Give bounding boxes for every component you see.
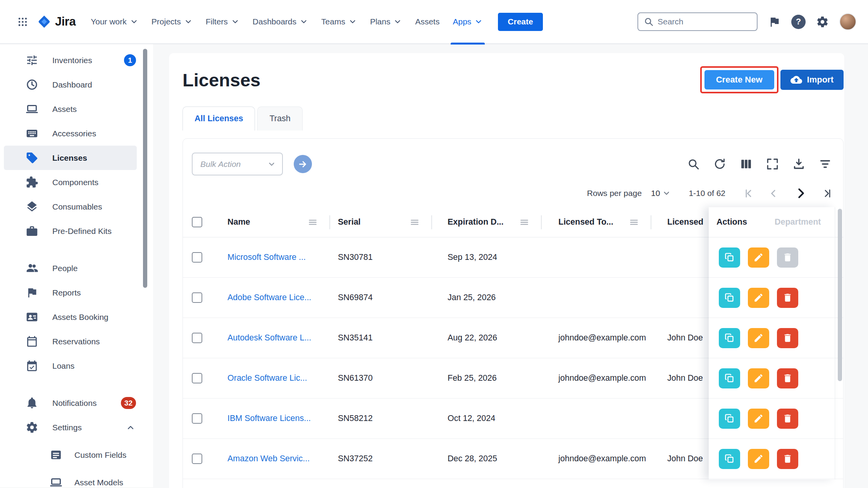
sidebar-item-pre-defined-kits[interactable]: Pre-Defined Kits: [4, 219, 137, 243]
jira-logo[interactable]: Jira: [37, 15, 76, 29]
column-menu-icon[interactable]: [629, 217, 639, 227]
nav-item-dashboards[interactable]: Dashboards: [246, 0, 315, 44]
license-name-link[interactable]: Adobe Software Lice...: [227, 293, 311, 302]
create-new-button[interactable]: Create New: [704, 70, 774, 89]
sidebar-item-notifications[interactable]: Notifications32: [4, 391, 137, 415]
sidebar-item-people[interactable]: People: [4, 256, 137, 280]
create-button[interactable]: Create: [498, 13, 542, 31]
announcements-icon[interactable]: [768, 15, 781, 28]
delete-action-button[interactable]: [777, 409, 798, 429]
sidebar-item-reservations[interactable]: Reservations: [4, 329, 137, 354]
sidebar-item-label: Loans: [52, 361, 74, 371]
next-page-button[interactable]: [794, 186, 808, 200]
filter-button[interactable]: [817, 156, 833, 172]
nav-item-filters[interactable]: Filters: [199, 0, 246, 44]
user-avatar[interactable]: [839, 13, 856, 30]
edit-action-button[interactable]: [748, 247, 769, 268]
last-page-button[interactable]: [822, 188, 833, 199]
nav-item-teams[interactable]: Teams: [315, 0, 363, 44]
copy-action-button[interactable]: [719, 409, 740, 429]
sidebar-item-inventories[interactable]: Inventories1: [4, 48, 137, 72]
row-checkbox[interactable]: [192, 292, 202, 303]
sidebar-item-dashboard[interactable]: Dashboard: [4, 72, 137, 97]
fullscreen-button[interactable]: [765, 156, 780, 172]
help-icon[interactable]: ?: [791, 15, 806, 29]
import-button[interactable]: Import: [780, 70, 844, 90]
sidebar-item-components[interactable]: Components: [4, 170, 137, 194]
copy-action-button[interactable]: [719, 328, 740, 348]
sidebar-item-custom-fields[interactable]: Custom Fields: [4, 443, 137, 467]
delete-action-button[interactable]: [777, 368, 798, 388]
arrow-right-icon: [298, 159, 308, 169]
sidebar-item-assets-booking[interactable]: Assets Booking: [4, 305, 137, 329]
edit-action-button[interactable]: [748, 409, 769, 429]
license-name-link[interactable]: Microsoft Software ...: [227, 253, 306, 262]
columns-button[interactable]: [738, 156, 754, 172]
license-icon: [26, 151, 38, 164]
row-checkbox[interactable]: [192, 333, 202, 343]
row-checkbox[interactable]: [192, 373, 202, 383]
settings-gear-icon[interactable]: [816, 15, 829, 28]
refresh-button[interactable]: [712, 156, 727, 172]
row-checkbox[interactable]: [192, 252, 202, 263]
table-scrollbar[interactable]: [838, 209, 842, 381]
download-button[interactable]: [791, 156, 806, 172]
sidebar-section-gap: [0, 243, 153, 256]
delete-action-button[interactable]: [777, 288, 798, 308]
bulk-action-select[interactable]: Bulk Action: [192, 153, 283, 175]
delete-action-button[interactable]: [777, 247, 798, 268]
tab-trash[interactable]: Trash: [257, 107, 302, 131]
nav-item-plans[interactable]: Plans: [363, 0, 409, 44]
sidebar-item-settings[interactable]: Settings: [4, 415, 137, 440]
sidebar-item-consumables[interactable]: Consumables: [4, 194, 137, 219]
nav-item-assets[interactable]: Assets: [408, 0, 446, 44]
search-input[interactable]: [658, 17, 743, 26]
sidebar-item-licenses[interactable]: Licenses: [4, 146, 137, 170]
copy-action-button[interactable]: [719, 288, 740, 308]
edit-action-button[interactable]: [748, 328, 769, 348]
first-page-button[interactable]: [743, 188, 754, 199]
nav-item-projects[interactable]: Projects: [145, 0, 199, 44]
copy-action-button[interactable]: [719, 368, 740, 388]
edit-action-button[interactable]: [748, 368, 769, 388]
sidebar-item-reports[interactable]: Reports: [4, 280, 137, 305]
copy-action-button[interactable]: [719, 449, 740, 469]
app-switcher-button[interactable]: [13, 12, 32, 31]
licenses-table: Name Serial Expiration D... Licensed To.…: [183, 207, 843, 479]
licensed-header: Licensed: [667, 217, 703, 227]
pencil-icon: [753, 292, 764, 303]
sidebar-item-asset-models[interactable]: Asset Models: [4, 470, 137, 488]
nav-item-apps[interactable]: Apps: [446, 0, 489, 44]
nav-item-label: Plans: [370, 17, 391, 26]
tab-all-licenses[interactable]: All Licenses: [183, 107, 255, 131]
row-checkbox[interactable]: [192, 454, 202, 464]
nav-item-your-work[interactable]: Your work: [84, 0, 145, 44]
delete-action-button[interactable]: [777, 449, 798, 469]
actions-row: [709, 318, 835, 358]
license-name-link[interactable]: IBM Software Licens...: [227, 414, 311, 423]
sidebar-item-loans[interactable]: Loans: [4, 354, 137, 378]
rows-per-page-select[interactable]: 10: [651, 189, 671, 198]
license-name-link[interactable]: Oracle Software Lic...: [227, 373, 307, 383]
main-content: Licenses Create New Import All LicensesT…: [153, 44, 868, 487]
sidebar-item-accessories[interactable]: Accessories: [4, 121, 137, 146]
nav-item-label: Your work: [91, 17, 127, 26]
license-name-link[interactable]: Autodesk Software L...: [227, 333, 311, 343]
row-checkbox[interactable]: [192, 413, 202, 424]
license-name-link[interactable]: Amazon Web Servic...: [227, 454, 310, 464]
edit-action-button[interactable]: [748, 449, 769, 469]
table-search-button[interactable]: [685, 156, 701, 172]
sidebar-scrollbar[interactable]: [143, 49, 147, 288]
bulk-action-apply-button[interactable]: [294, 155, 312, 173]
global-search[interactable]: [637, 12, 758, 31]
select-all-checkbox[interactable]: [192, 217, 202, 227]
sidebar-item-assets[interactable]: Assets: [4, 97, 137, 121]
column-menu-icon[interactable]: [308, 217, 318, 227]
delete-action-button[interactable]: [777, 328, 798, 348]
copy-action-button[interactable]: [719, 247, 740, 268]
pagination-range: 1-10 of 62: [689, 189, 725, 198]
previous-page-button[interactable]: [768, 188, 779, 199]
column-menu-icon[interactable]: [410, 217, 420, 227]
edit-action-button[interactable]: [748, 288, 769, 308]
column-menu-icon[interactable]: [519, 217, 529, 227]
